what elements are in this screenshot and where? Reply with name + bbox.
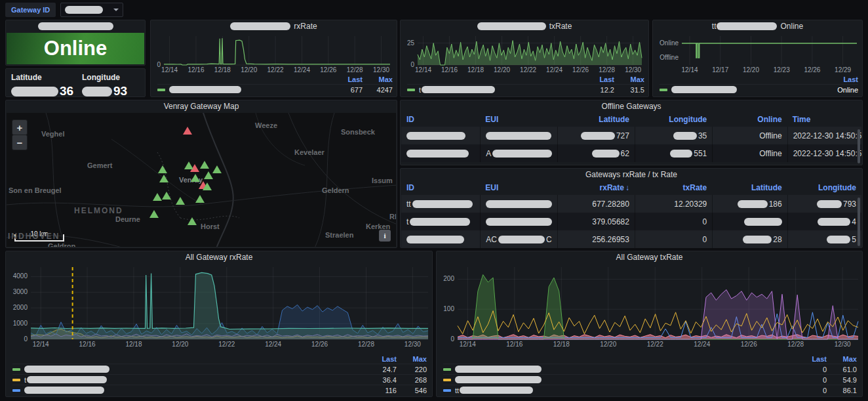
gateway-txrate-chart[interactable]: 12/1412/1612/1812/2012/2212/2412/2612/28…: [404, 33, 644, 75]
legend-item[interactable]: 116546: [12, 385, 427, 395]
column-header-online[interactable]: Online: [712, 112, 787, 127]
table-cell: 727: [557, 127, 635, 144]
redacted-title: [230, 22, 290, 30]
table-cell: 28: [712, 230, 787, 248]
legend-column-max[interactable]: Max: [827, 355, 857, 363]
redacted-cell-value: [827, 236, 850, 243]
legend-swatch: [12, 379, 20, 381]
legend-item[interactable]: 6774247: [157, 84, 393, 95]
legend-column-last[interactable]: Last: [828, 75, 858, 83]
gateway-marker-green[interactable]: [153, 193, 162, 201]
column-header-rxrate[interactable]: rxRate↓: [557, 180, 635, 195]
legend-item[interactable]: Online: [660, 84, 858, 95]
column-header-longitude[interactable]: Longitude: [787, 180, 861, 195]
table-cell: [401, 230, 480, 248]
legend-value: 0: [797, 376, 827, 384]
gateway-online-chart[interactable]: 12/1412/1712/2012/2312/2612/29OnlineOffl…: [656, 33, 859, 75]
legend-item[interactable]: 054.9: [443, 374, 857, 385]
column-header-eui[interactable]: EUI: [480, 112, 557, 127]
legend-item[interactable]: 24.7220: [12, 364, 427, 374]
cell-text: 186: [769, 200, 782, 209]
gateway-marker-green[interactable]: [176, 197, 185, 205]
gateway-marker-green[interactable]: [187, 217, 197, 225]
redacted-cell-value: [670, 150, 692, 158]
legend-value: 12.2: [584, 86, 614, 94]
legend-column-last[interactable]: Last: [584, 75, 614, 83]
cell-text: 0: [703, 217, 707, 226]
legend-column-last[interactable]: Last: [797, 355, 827, 363]
redacted-cell-value: [406, 132, 465, 140]
table-scrollbar[interactable]: [858, 198, 860, 246]
legend-column-max[interactable]: Max: [397, 355, 427, 363]
redacted-legend-label: [455, 366, 542, 373]
column-header-latitude[interactable]: Latitude: [557, 112, 635, 127]
gateway-marker-green[interactable]: [191, 174, 200, 182]
table-row[interactable]: A62551Offline2022-12-30 14:50:59...: [401, 144, 861, 162]
legend-column-max[interactable]: Max: [363, 75, 393, 83]
legend-item[interactable]: t36.4268: [12, 374, 427, 385]
map-zoom-in-button[interactable]: +: [12, 119, 28, 135]
gateway-marker-green[interactable]: [162, 192, 171, 200]
legend-item[interactable]: 061.0: [443, 364, 857, 374]
column-header-id[interactable]: ID: [401, 112, 480, 127]
redacted-cell-value: [406, 150, 469, 158]
legend-header: LastMax: [443, 354, 857, 363]
gateway-rxrate-chart[interactable]: 12/1412/1612/1812/2012/2212/2412/2612/28…: [155, 33, 393, 75]
legend-value: 4247: [363, 86, 393, 94]
gateway-marker-green[interactable]: [149, 210, 159, 218]
gateway-marker-red[interactable]: [183, 127, 192, 135]
gateway-marker-green[interactable]: [195, 195, 205, 203]
all-gateway-rxrate-chart[interactable]: 12/1412/1612/1812/2012/2212/2412/2612/28…: [9, 264, 431, 350]
column-header-longitude[interactable]: Longitude: [635, 112, 712, 127]
gateway-id-dropdown[interactable]: [60, 3, 123, 17]
legend-column-last[interactable]: Last: [332, 75, 363, 83]
cell-text: 551: [694, 149, 707, 158]
redacted-title: [717, 22, 777, 30]
legend-value: 31.5: [614, 86, 644, 94]
gateway-marker-green[interactable]: [158, 165, 167, 173]
table-cell: 677.28280: [557, 195, 635, 213]
column-header-label: Online: [757, 115, 781, 124]
map-town-label: Sonsbeck: [341, 128, 375, 136]
latitude-label: Latitude: [11, 73, 73, 82]
legend-swatch: [443, 368, 451, 371]
variable-label-gateway-id: Gateway ID: [5, 3, 56, 17]
legend-item[interactable]: tt086.1: [443, 385, 857, 395]
column-header-eui[interactable]: EUI: [480, 180, 557, 195]
column-header-id[interactable]: ID: [401, 180, 480, 195]
redacted-dropdown-value: [65, 6, 103, 14]
table-row[interactable]: 72735Offline2022-12-30 14:50:56...: [401, 127, 861, 144]
column-header-label: Latitude: [751, 183, 782, 192]
table-scrollbar[interactable]: [858, 129, 860, 163]
table-cell: 256.26953: [557, 230, 635, 248]
panel-title: rxRate: [151, 20, 397, 32]
column-header-latitude[interactable]: Latitude: [712, 180, 787, 195]
legend-header: Last: [660, 75, 858, 83]
gateway-marker-green[interactable]: [184, 161, 193, 169]
legend-column-last[interactable]: Last: [366, 355, 397, 363]
gateway-marker-green[interactable]: [204, 171, 213, 179]
redacted-cell-value: [818, 218, 850, 226]
legend-item[interactable]: t12.231.5: [407, 84, 644, 95]
legend-value: 116: [366, 387, 397, 394]
table-row[interactable]: tt677.2828012.20329186793: [401, 195, 861, 213]
column-header-txrate[interactable]: txRate: [635, 180, 712, 195]
legend-column-max[interactable]: Max: [614, 75, 644, 83]
map-info-button[interactable]: i: [379, 230, 391, 242]
gateway-marker-green[interactable]: [203, 182, 212, 190]
gateway-marker-green[interactable]: [159, 175, 168, 182]
table-row[interactable]: t379.0568204: [401, 213, 861, 230]
gateway-marker-green[interactable]: [212, 165, 222, 173]
table-header-row: IDEUILatitudeLongitudeOnlineTime: [401, 112, 861, 127]
longitude-label: Longitude: [82, 73, 127, 82]
all-gateway-txrate-chart[interactable]: 12/1412/1612/1812/2012/2212/2412/2612/28…: [439, 264, 861, 350]
gateway-marker-green[interactable]: [200, 161, 209, 169]
status-stat[interactable]: Online: [7, 33, 144, 64]
table-row[interactable]: ACC256.269530285: [401, 230, 861, 248]
cell-text: 4: [852, 217, 856, 226]
map-canvas[interactable]: + − 10 km i VeghelWeezeSonsbeckKevelaerG…: [7, 113, 396, 247]
column-header-label: rxRate: [600, 183, 624, 192]
map-zoom-out-button[interactable]: −: [12, 135, 28, 150]
table-cell: 186: [712, 195, 787, 213]
column-header-time[interactable]: Time: [787, 112, 861, 127]
